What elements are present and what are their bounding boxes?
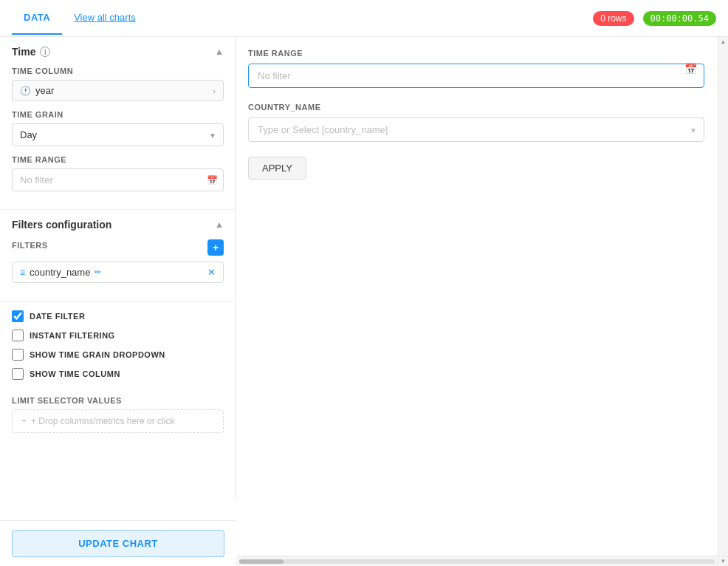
show-time-grain-row: SHOW TIME GRAIN DROPDOWN	[12, 349, 224, 361]
main-area: Time i ▲ TIME COLUMN 🕐 year ›	[0, 37, 728, 566]
date-filter-label: DATE FILTER	[30, 312, 85, 321]
time-column-group: TIME COLUMN 🕐 year ›	[12, 67, 224, 101]
drop-plus-icon: +	[21, 416, 27, 426]
bottom-scrollbar[interactable]	[236, 556, 718, 566]
top-bar-right: 0 rows 00:00:00.54	[593, 11, 716, 26]
top-bar: DATA View all charts 0 rows 00:00:00.54	[0, 0, 728, 37]
country-select-wrapper: Type or Select [country_name]	[248, 117, 704, 142]
right-panel-content: TIME RANGE 📅 COUNTRY_NAME Type or Select…	[236, 37, 728, 566]
instant-filtering-row: INSTANT FILTERING	[12, 330, 224, 341]
show-time-column-row: SHOW TIME COLUMN	[12, 368, 224, 380]
right-time-range-label: TIME RANGE	[248, 49, 704, 58]
filters-group: FILTERS + ≡ country_name ✏ ✕	[12, 239, 224, 283]
show-time-column-checkbox[interactable]	[12, 368, 24, 380]
filter-tag-left: ≡ country_name ✏	[20, 267, 101, 278]
instant-filtering-label: INSTANT FILTERING	[30, 331, 115, 340]
rows-badge: 0 rows	[593, 11, 633, 26]
filters-label: FILTERS	[12, 241, 48, 250]
filter-menu-icon: ≡	[20, 267, 25, 278]
time-range-group: TIME RANGE 📅	[12, 155, 224, 191]
left-panel-wrapper: Time i ▲ TIME COLUMN 🕐 year ›	[0, 37, 236, 566]
filters-chevron-icon: ▲	[215, 219, 224, 230]
left-panel-scroll: Time i ▲ TIME COLUMN 🕐 year ›	[0, 37, 236, 501]
filters-section: Filters configuration ▲ FILTERS + ≡ coun…	[0, 210, 236, 301]
add-filter-button[interactable]: +	[207, 239, 224, 256]
time-grain-select[interactable]: Day Week Month Year	[12, 123, 224, 146]
time-column-label: TIME COLUMN	[12, 67, 224, 75]
filter-tag-name: country_name	[30, 267, 90, 278]
time-column-input[interactable]: 🕐 year ›	[12, 80, 224, 101]
filters-section-title: Filters configuration	[12, 219, 111, 231]
filter-edit-icon[interactable]: ✏	[95, 267, 101, 277]
time-column-value: year	[35, 85, 54, 96]
country-name-select[interactable]: Type or Select [country_name]	[248, 117, 704, 142]
time-badge: 00:00:00.54	[643, 11, 716, 26]
time-range-input[interactable]	[12, 168, 224, 191]
tab-data[interactable]: DATA	[12, 1, 62, 35]
time-grain-group: TIME GRAIN Day Week Month Year	[12, 110, 224, 146]
drop-zone-text: + Drop columns/metrics here or click	[31, 416, 174, 426]
limit-section: LIMIT SELECTOR VALUES + + Drop columns/m…	[0, 396, 236, 442]
time-section-header[interactable]: Time i ▲	[12, 46, 224, 58]
time-info-icon[interactable]: i	[40, 47, 50, 57]
view-charts-link[interactable]: View all charts	[62, 1, 136, 35]
time-column-chevron: ›	[213, 86, 216, 95]
instant-filtering-checkbox[interactable]	[12, 330, 24, 341]
right-calendar-icon: 📅	[684, 63, 697, 75]
time-grain-select-wrapper: Day Week Month Year	[12, 123, 224, 146]
left-panel: Time i ▲ TIME COLUMN 🕐 year ›	[0, 37, 236, 501]
scroll-down-arrow[interactable]: ▼	[721, 558, 727, 565]
time-range-label: TIME RANGE	[12, 155, 224, 164]
top-bar-tabs: DATA View all charts	[12, 1, 136, 35]
time-chevron-icon: ▲	[215, 47, 224, 57]
time-column-left: 🕐 year	[20, 85, 54, 96]
scroll-up-arrow[interactable]: ▲	[721, 38, 727, 45]
scrollbar-track	[239, 559, 715, 564]
filter-remove-icon[interactable]: ✕	[207, 267, 216, 278]
time-grain-label: TIME GRAIN	[12, 110, 224, 119]
scrollbar-thumb	[239, 559, 284, 564]
right-panel: TIME RANGE 📅 COUNTRY_NAME Type or Select…	[236, 37, 728, 566]
apply-button[interactable]: APPLY	[248, 157, 306, 180]
show-time-grain-label: SHOW TIME GRAIN DROPDOWN	[30, 350, 165, 359]
update-chart-button[interactable]: UPDATE CHART	[12, 530, 224, 557]
bottom-bar: UPDATE CHART	[0, 520, 236, 566]
filters-section-header[interactable]: Filters configuration ▲	[12, 219, 224, 231]
date-filter-row: DATE FILTER	[12, 310, 224, 322]
time-section: Time i ▲ TIME COLUMN 🕐 year ›	[0, 37, 236, 210]
right-country-group: COUNTRY_NAME Type or Select [country_nam…	[248, 103, 704, 142]
show-time-grain-checkbox[interactable]	[12, 349, 24, 361]
clock-icon: 🕐	[20, 86, 31, 96]
scroll-corner: ▼	[718, 556, 728, 566]
time-range-input-wrapper: 📅	[12, 168, 224, 191]
right-scrollbar[interactable]: ▲	[718, 37, 728, 557]
limit-label: LIMIT SELECTOR VALUES	[12, 396, 224, 405]
checkboxes-section: DATE FILTER INSTANT FILTERING SHOW TIME …	[0, 301, 236, 396]
limit-drop-zone[interactable]: + + Drop columns/metrics here or click	[12, 409, 224, 433]
date-filter-checkbox[interactable]	[12, 310, 24, 322]
right-country-label: COUNTRY_NAME	[248, 103, 704, 112]
time-section-title: Time i	[12, 46, 50, 58]
right-time-range-group: TIME RANGE 📅	[248, 49, 704, 88]
show-time-column-label: SHOW TIME COLUMN	[30, 369, 120, 378]
right-time-range-input[interactable]	[248, 64, 704, 88]
filter-tag-country: ≡ country_name ✏ ✕	[12, 262, 224, 283]
